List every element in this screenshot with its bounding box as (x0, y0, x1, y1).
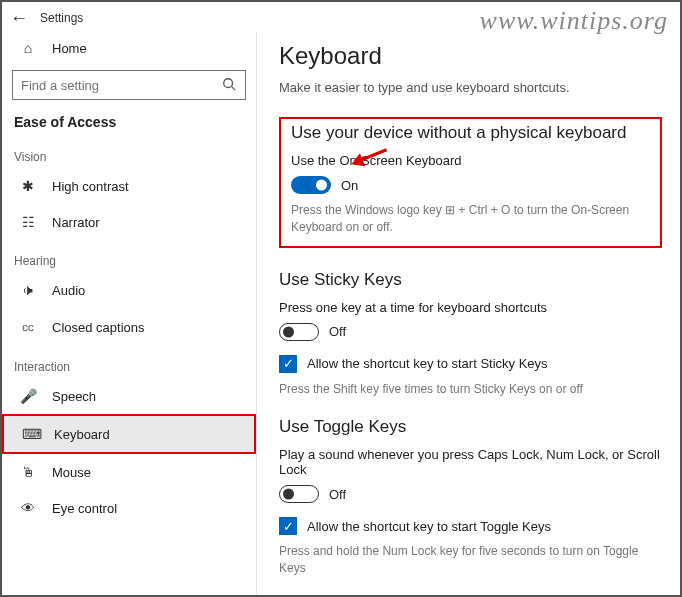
sparkle-icon: ✱ (20, 178, 36, 194)
sidebar-item-closed-captions[interactable]: ㏄ Closed captions (2, 308, 256, 346)
eye-icon: 👁 (20, 500, 36, 516)
sticky-toggle[interactable] (279, 323, 319, 341)
sidebar-group-hearing: Hearing (2, 240, 256, 272)
sidebar-group-interaction: Interaction (2, 346, 256, 378)
page-title: Keyboard (279, 42, 662, 70)
sidebar: ⌂ Home Ease of Access Vision ✱ High cont… (2, 32, 257, 595)
togglekeys-label: Play a sound whenever you press Caps Loc… (279, 447, 662, 477)
osk-label: Use the On-Screen Keyboard (291, 153, 650, 168)
window-title: Settings (40, 11, 83, 25)
osk-toggle[interactable] (291, 176, 331, 194)
togglekeys-toggle[interactable] (279, 485, 319, 503)
toggle-keys-section: Use Toggle Keys Play a sound whenever yo… (279, 417, 662, 577)
sticky-section-title: Use Sticky Keys (279, 270, 662, 290)
sidebar-item-audio[interactable]: 🕩 Audio (2, 272, 256, 308)
togglekeys-shortcut-label: Allow the shortcut key to start Toggle K… (307, 519, 551, 534)
sidebar-group-vision: Vision (2, 136, 256, 168)
osk-toggle-state: On (341, 178, 358, 193)
svg-point-0 (224, 78, 233, 87)
search-input[interactable] (21, 78, 221, 93)
sidebar-item-label: Closed captions (52, 320, 145, 335)
sidebar-item-label: Audio (52, 283, 85, 298)
speech-icon: 🎤 (20, 388, 36, 404)
watermark: www.wintips.org (480, 6, 668, 36)
home-icon: ⌂ (20, 40, 36, 56)
sticky-label: Press one key at a time for keyboard sho… (279, 300, 662, 315)
sidebar-item-high-contrast[interactable]: ✱ High contrast (2, 168, 256, 204)
togglekeys-toggle-state: Off (329, 487, 346, 502)
sidebar-item-mouse[interactable]: 🖱 Mouse (2, 454, 256, 490)
sticky-shortcut-label: Allow the shortcut key to start Sticky K… (307, 356, 548, 371)
togglekeys-section-title: Use Toggle Keys (279, 417, 662, 437)
sidebar-item-label: Keyboard (54, 427, 110, 442)
sidebar-item-label: Narrator (52, 215, 100, 230)
sticky-shortcut-checkbox[interactable]: ✓ (279, 355, 297, 373)
sticky-hint: Press the Shift key five times to turn S… (279, 381, 662, 398)
sidebar-header: Ease of Access (2, 108, 256, 136)
sidebar-item-label: Mouse (52, 465, 91, 480)
sidebar-item-label: Speech (52, 389, 96, 404)
togglekeys-hint: Press and hold the Num Lock key for five… (279, 543, 662, 577)
sidebar-item-eye-control[interactable]: 👁 Eye control (2, 490, 256, 526)
osk-hint: Press the Windows logo key ⊞ + Ctrl + O … (291, 202, 650, 236)
sidebar-home[interactable]: ⌂ Home (2, 32, 256, 64)
svg-line-1 (232, 86, 236, 90)
osk-section-title: Use your device without a physical keybo… (291, 123, 650, 143)
captions-icon: ㏄ (20, 318, 36, 336)
page-subtitle: Make it easier to type and use keyboard … (279, 80, 662, 95)
sidebar-item-speech[interactable]: 🎤 Speech (2, 378, 256, 414)
back-icon[interactable]: ← (10, 8, 34, 29)
sidebar-item-label: Eye control (52, 501, 117, 516)
mouse-icon: 🖱 (20, 464, 36, 480)
togglekeys-shortcut-checkbox[interactable]: ✓ (279, 517, 297, 535)
audio-icon: 🕩 (20, 282, 36, 298)
narrator-icon: ☷ (20, 214, 36, 230)
sidebar-item-keyboard[interactable]: ⌨ Keyboard (2, 414, 256, 454)
sidebar-item-label: High contrast (52, 179, 129, 194)
sticky-toggle-state: Off (329, 324, 346, 339)
sidebar-item-narrator[interactable]: ☷ Narrator (2, 204, 256, 240)
keyboard-icon: ⌨ (22, 426, 38, 442)
annotation-arrow (355, 161, 389, 164)
sticky-keys-section: Use Sticky Keys Press one key at a time … (279, 270, 662, 398)
sidebar-home-label: Home (52, 41, 87, 56)
content-pane: Keyboard Make it easier to type and use … (257, 32, 680, 595)
search-icon (221, 77, 237, 94)
search-box[interactable] (12, 70, 246, 100)
osk-section-highlight: Use your device without a physical keybo… (279, 117, 662, 248)
